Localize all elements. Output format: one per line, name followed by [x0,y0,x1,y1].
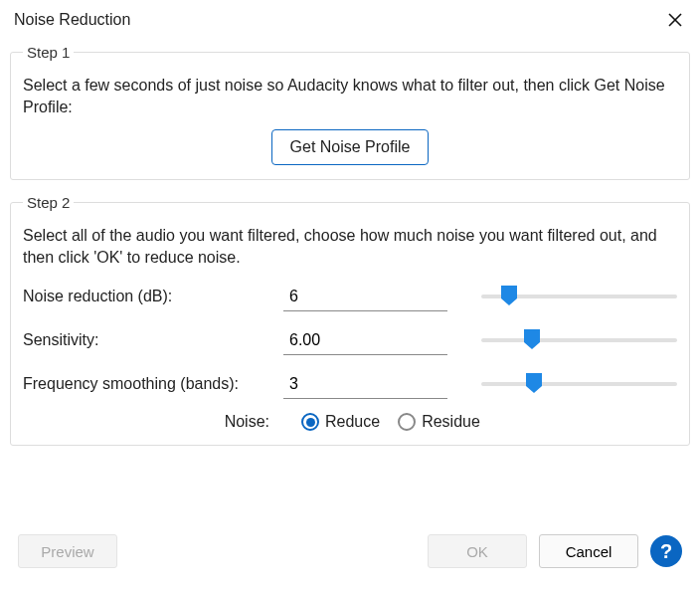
dialog-title: Noise Reduction [14,11,130,29]
step2-legend: Step 2 [23,194,74,211]
noise-reduction-row: Noise reduction (dB): [23,282,677,311]
noise-mode-row: Noise: Reduce Residue [23,413,677,431]
step2-group: Step 2 Select all of the audio you want … [10,194,690,446]
titlebar: Noise Reduction [0,0,700,38]
step1-legend: Step 1 [23,44,74,61]
slider-thumb[interactable] [523,328,541,350]
step1-instructions: Select a few seconds of just noise so Au… [23,75,677,117]
slider-thumb[interactable] [525,372,543,394]
slider-thumb[interactable] [500,285,518,306]
close-icon[interactable] [664,9,686,31]
step2-instructions: Select all of the audio you want filtere… [23,225,677,268]
frequency-row: Frequency smoothing (bands): [23,369,677,399]
slider-track [481,382,677,386]
frequency-input[interactable] [283,369,447,399]
frequency-slider[interactable] [481,373,677,395]
noise-mode-label: Noise: [23,413,283,431]
radio-icon [398,413,416,431]
sensitivity-row: Sensitivity: [23,325,677,355]
slider-track [481,338,677,342]
cancel-button[interactable]: Cancel [539,534,638,568]
help-button[interactable]: ? [650,535,682,567]
preview-button[interactable]: Preview [18,534,117,568]
get-noise-profile-button[interactable]: Get Noise Profile [271,129,430,165]
ok-button[interactable]: OK [428,534,527,568]
sensitivity-input[interactable] [283,325,447,355]
noise-reduction-label: Noise reduction (dB): [23,288,283,305]
dialog-footer: Preview OK Cancel ? [0,524,700,578]
sensitivity-label: Sensitivity: [23,331,283,349]
sensitivity-slider[interactable] [481,329,677,351]
radio-reduce-label: Reduce [325,413,380,431]
noise-reduction-input[interactable] [283,282,447,311]
radio-residue-label: Residue [422,413,480,431]
step1-group: Step 1 Select a few seconds of just nois… [10,44,690,180]
radio-residue[interactable]: Residue [398,413,480,431]
radio-reduce[interactable]: Reduce [301,413,380,431]
noise-reduction-slider[interactable] [481,286,677,307]
radio-icon [301,413,319,431]
frequency-label: Frequency smoothing (bands): [23,375,283,393]
